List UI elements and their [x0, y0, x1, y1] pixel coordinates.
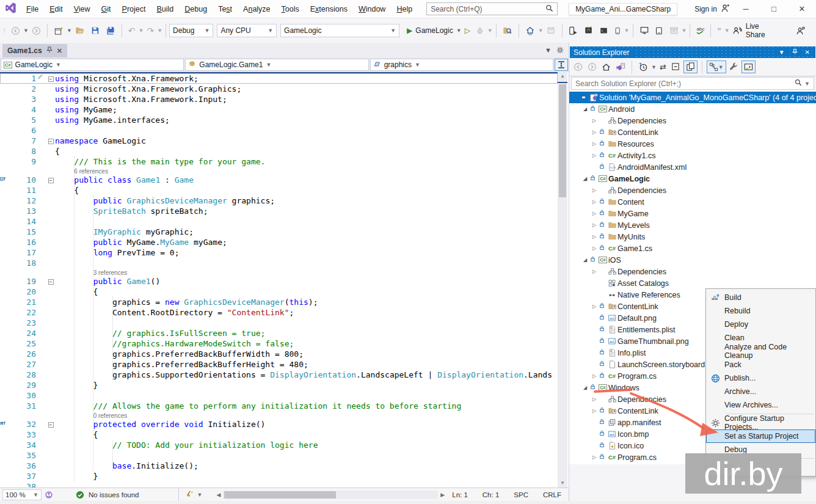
code-line[interactable]: 13 SpriteBatch spriteBatch;	[0, 206, 558, 216]
outlining-margin[interactable]	[46, 390, 55, 401]
tab-list-chevron-icon[interactable]: ▼	[545, 46, 552, 55]
tree-expander-icon[interactable]: ▷	[590, 153, 599, 158]
outlining-margin[interactable]	[46, 94, 55, 104]
pin-icon[interactable]	[790, 48, 800, 56]
breakpoint-margin[interactable]	[0, 247, 11, 258]
code-line[interactable]: 3using Microsoft.Xna.Framework.Input;	[0, 94, 558, 104]
close-icon[interactable]: ✕	[803, 49, 812, 56]
tab-game1-cs[interactable]: Game1.cs ✕	[2, 44, 67, 57]
breakpoint-margin[interactable]	[0, 307, 11, 318]
menu-test[interactable]: Test	[213, 0, 238, 18]
outlining-margin[interactable]	[46, 297, 55, 307]
outlining-margin[interactable]	[46, 125, 55, 136]
code-line[interactable]: 17 long PrevTime = 0;	[0, 247, 558, 258]
outlining-margin[interactable]	[46, 195, 55, 206]
tree-item-android[interactable]: ◢C#Android	[569, 103, 816, 115]
chevron-down-icon[interactable]: ▼	[651, 64, 657, 70]
context-menu-view-archives[interactable]: View Archives...	[706, 398, 815, 412]
android-device-manager-button[interactable]	[581, 23, 596, 38]
codelens-references[interactable]: 6 references	[55, 168, 108, 175]
minimize-button[interactable]: ─	[732, 0, 760, 18]
maximize-button[interactable]: □	[760, 0, 788, 18]
breakpoint-margin[interactable]	[0, 481, 11, 488]
outlining-margin[interactable]	[46, 287, 55, 297]
disabled-tool-button[interactable]	[544, 23, 558, 38]
outlining-margin[interactable]	[46, 318, 55, 328]
member-dropdown[interactable]: graphics ▼	[370, 59, 553, 71]
breakpoint-margin[interactable]	[0, 125, 11, 136]
breakpoint-margin[interactable]	[0, 216, 11, 227]
chevron-down-icon[interactable]: ▼	[538, 27, 544, 34]
outlining-margin[interactable]	[46, 258, 55, 268]
outlining-margin[interactable]	[46, 104, 55, 115]
outlining-margin[interactable]	[46, 401, 55, 411]
outlining-margin[interactable]	[46, 237, 55, 247]
outlining-margin[interactable]	[46, 247, 55, 258]
context-menu-deploy[interactable]: Deploy	[706, 318, 815, 331]
tree-item-contentlink[interactable]: ▷ContentLink	[569, 126, 816, 138]
code-line[interactable]: 6	[0, 125, 558, 136]
code-line[interactable]: 19− public Game1()	[0, 276, 558, 287]
insert-mode-indicator[interactable]: SPC	[506, 491, 536, 499]
tree-expander-icon[interactable]: ▷	[590, 130, 599, 135]
ios-simulator-button[interactable]	[653, 23, 666, 38]
fold-collapse-box[interactable]: −	[48, 422, 54, 428]
solution-search-box[interactable]: Search Solution Explorer (Ctrl+;) ▼	[571, 77, 814, 90]
tree-expander-icon[interactable]: ▷	[590, 396, 599, 402]
quick-search-box[interactable]: Search (Ctrl+Q)	[426, 2, 558, 15]
context-menu-pack[interactable]: Pack	[706, 358, 815, 371]
editor-vertical-scrollbar[interactable]: ▲ ▼	[558, 72, 567, 488]
tree-item-game1-cs[interactable]: ▷C#Game1.cs	[569, 243, 816, 254]
scrollbar-thumb[interactable]	[224, 491, 336, 499]
code-line[interactable]: 14	[0, 216, 558, 227]
se-forward-button[interactable]	[586, 61, 599, 73]
code-line[interactable]: 25 //graphics.HardwareModeSwitch = false…	[0, 338, 558, 349]
outlining-margin[interactable]	[46, 307, 55, 318]
code-line[interactable]: T10− public class Game1 : Game	[0, 175, 558, 185]
breakpoint-margin[interactable]	[0, 287, 11, 297]
chevron-down-icon[interactable]: ▼	[157, 27, 162, 34]
tree-expander-icon[interactable]: ◢	[581, 257, 589, 263]
outlining-margin[interactable]	[46, 429, 55, 440]
tree-expander-icon[interactable]: ▷	[590, 222, 599, 228]
type-dropdown[interactable]: GameLogic.Game1 ▼	[185, 59, 368, 71]
navigate-forward-button[interactable]	[29, 23, 43, 38]
navigate-home-button[interactable]	[523, 23, 537, 38]
scroll-up-arrow-icon[interactable]: ▲	[558, 72, 567, 81]
outlining-margin[interactable]	[46, 359, 55, 370]
menu-project[interactable]: Project	[117, 0, 151, 18]
close-tab-icon[interactable]: ✕	[57, 47, 62, 55]
outlining-margin[interactable]	[46, 156, 55, 167]
breakpoint-margin[interactable]	[0, 115, 11, 125]
zoom-level-dropdown[interactable]: 100 % ▼	[2, 489, 42, 500]
save-button[interactable]	[89, 23, 102, 38]
code-line[interactable]: 34 // TODO: Add your initialization logi…	[0, 440, 558, 450]
start-without-debugging-button[interactable]: ▷	[462, 23, 473, 38]
breakpoint-margin[interactable]	[0, 390, 11, 401]
outlining-margin[interactable]	[46, 206, 55, 216]
breakpoint-margin[interactable]	[0, 73, 11, 84]
tree-item-dependencies[interactable]: ▷Dependencies	[569, 266, 816, 277]
window-position-chevron-icon[interactable]: ▼	[777, 49, 787, 56]
tree-item-mylevels[interactable]: ▷MyLevels	[569, 219, 816, 231]
outlining-margin[interactable]	[46, 227, 55, 237]
context-menu-build[interactable]: Build	[706, 291, 815, 304]
tree-item-myunits[interactable]: ▷MyUnits	[569, 231, 816, 243]
tree-expander-icon[interactable]: ◢	[581, 106, 589, 112]
menu-analyze[interactable]: Analyze	[238, 0, 275, 18]
breakpoint-margin[interactable]	[0, 440, 11, 450]
comment-button[interactable]: ”	[715, 23, 724, 38]
switch-views-button[interactable]	[614, 61, 627, 73]
chevron-down-icon[interactable]: ▼	[487, 27, 493, 34]
solution-explorer-header[interactable]: Solution Explorer ▼ ✕	[570, 46, 815, 58]
preview-selected-items-button[interactable]	[741, 60, 756, 73]
breakpoint-margin[interactable]	[0, 84, 11, 94]
code-line[interactable]: 11 {	[0, 185, 558, 195]
tree-item-solution-mygame-animalgo-monog[interactable]: Solution 'MyGame_AnimalGo_MonoGameCSharp…	[569, 92, 816, 103]
split-window-button[interactable]	[555, 59, 568, 71]
code-line[interactable]: 33 {	[0, 429, 558, 440]
open-file-button[interactable]	[73, 23, 87, 38]
breakpoint-margin[interactable]	[0, 380, 11, 390]
outlining-margin[interactable]	[46, 349, 55, 359]
code-line[interactable]: 7−namespace GameLogic	[0, 136, 558, 146]
